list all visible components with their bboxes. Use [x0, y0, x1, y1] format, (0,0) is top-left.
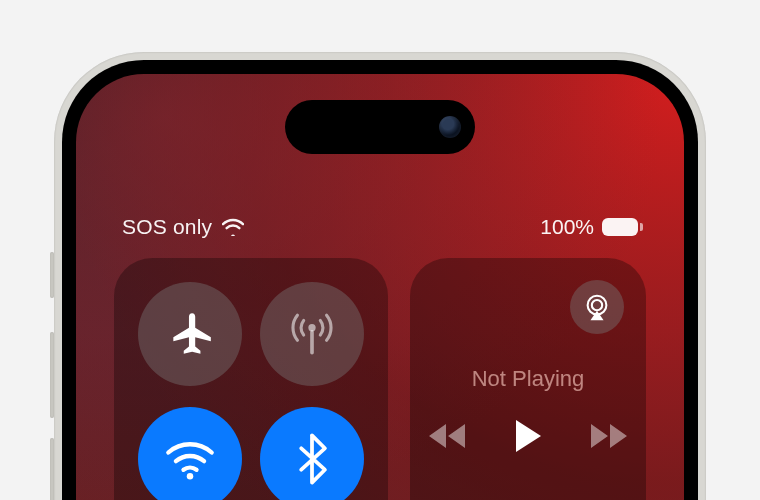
phone-side-button [50, 252, 54, 298]
media-transport [410, 418, 646, 454]
airplay-button[interactable] [570, 280, 624, 334]
airplane-icon [165, 309, 215, 359]
bluetooth-toggle[interactable] [260, 407, 364, 500]
media-tile[interactable]: Not Playing [410, 258, 646, 500]
wifi-icon [222, 218, 244, 236]
phone-volume-down-button [50, 438, 54, 500]
wifi-toggle[interactable] [138, 407, 242, 500]
connectivity-tile[interactable] [114, 258, 388, 500]
now-playing-label: Not Playing [410, 366, 646, 392]
carrier-status-text: SOS only [122, 215, 212, 239]
rewind-button[interactable] [425, 422, 469, 450]
svg-point-4 [592, 300, 602, 310]
svg-point-2 [187, 473, 194, 480]
play-icon [513, 418, 543, 454]
play-button[interactable] [513, 418, 543, 454]
phone-screen: SOS only 100% [76, 74, 684, 500]
dynamic-island [285, 100, 475, 154]
battery-icon [602, 218, 638, 236]
phone-bezel: SOS only 100% [62, 60, 698, 500]
phone-volume-up-button [50, 332, 54, 418]
battery-percent-text: 100% [540, 215, 594, 239]
wifi-icon [164, 436, 216, 482]
front-camera [439, 116, 461, 138]
control-center: Not Playing [114, 258, 646, 500]
airplane-mode-toggle[interactable] [138, 282, 242, 386]
bluetooth-icon [297, 433, 327, 485]
status-left: SOS only [122, 215, 244, 239]
status-right: 100% [540, 215, 638, 239]
cellular-antenna-icon [287, 309, 337, 359]
phone-frame: SOS only 100% [54, 52, 706, 500]
status-bar: SOS only 100% [76, 212, 684, 242]
forward-button[interactable] [587, 422, 631, 450]
airplay-icon [582, 292, 612, 322]
forward-icon [587, 422, 631, 450]
cellular-data-toggle[interactable] [260, 282, 364, 386]
rewind-icon [425, 422, 469, 450]
